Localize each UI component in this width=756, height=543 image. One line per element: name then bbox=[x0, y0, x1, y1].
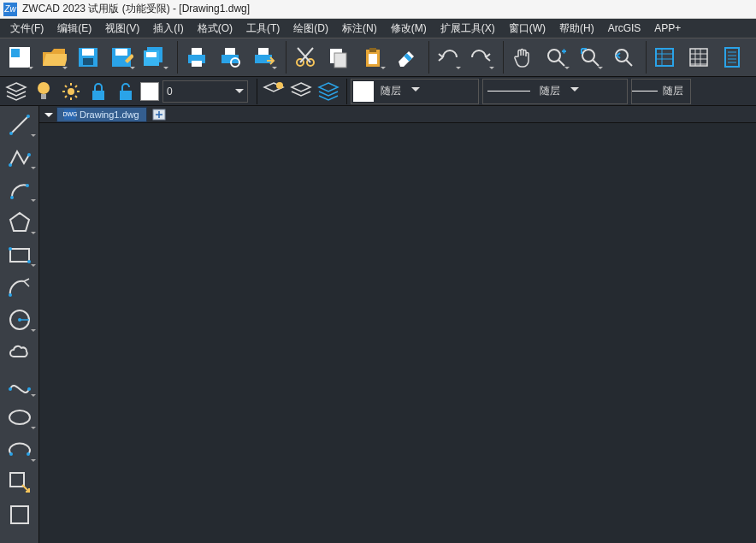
saveall-button[interactable] bbox=[140, 41, 170, 74]
polyline-icon bbox=[7, 145, 32, 170]
layer-lock-open-button[interactable] bbox=[113, 79, 139, 104]
layer-previous-button[interactable] bbox=[288, 79, 314, 104]
block-insert-icon bbox=[7, 469, 32, 495]
xline-tool[interactable] bbox=[3, 272, 37, 303]
menu-draw[interactable]: 绘图(D) bbox=[286, 21, 335, 36]
menu-format[interactable]: 格式(O) bbox=[191, 21, 239, 36]
redo-button[interactable] bbox=[466, 41, 496, 74]
zoom-previous-button[interactable] bbox=[608, 41, 638, 74]
menu-insert[interactable]: 插入(I) bbox=[146, 21, 190, 36]
sheet-button[interactable] bbox=[718, 41, 747, 74]
table-button[interactable] bbox=[683, 41, 713, 74]
spline-icon bbox=[7, 372, 32, 398]
arc-icon bbox=[7, 177, 32, 203]
save-icon bbox=[76, 45, 100, 69]
svg-rect-9 bbox=[146, 52, 157, 57]
document-tabbar: DWG Drawing1.dwg bbox=[39, 106, 756, 123]
properties-button[interactable] bbox=[650, 41, 680, 74]
menu-window[interactable]: 窗口(W) bbox=[502, 21, 552, 36]
menu-tools[interactable]: 工具(T) bbox=[239, 21, 286, 36]
sun-icon bbox=[61, 81, 81, 102]
document-tab[interactable]: DWG Drawing1.dwg bbox=[56, 107, 147, 122]
svg-point-51 bbox=[27, 387, 31, 391]
svg-point-52 bbox=[9, 410, 30, 424]
layer-state-button[interactable] bbox=[261, 79, 286, 104]
separator bbox=[177, 41, 178, 74]
circle-tool[interactable] bbox=[3, 304, 37, 335]
hatch-tool[interactable] bbox=[3, 499, 37, 530]
spline-tool[interactable] bbox=[3, 369, 37, 400]
linetype-property-dropdown[interactable]: 随层 bbox=[482, 79, 628, 104]
layer-lock-closed-button[interactable] bbox=[86, 79, 111, 104]
circle-icon bbox=[7, 307, 32, 333]
document-list-dropdown[interactable] bbox=[44, 113, 53, 121]
lineweight-property-label: 随层 bbox=[658, 84, 688, 98]
save-button[interactable] bbox=[73, 41, 103, 74]
table-list-icon bbox=[688, 46, 710, 68]
new-button[interactable] bbox=[5, 41, 35, 74]
menu-edit[interactable]: 编辑(E) bbox=[50, 21, 98, 36]
color-swatch-icon bbox=[353, 81, 374, 102]
saveas-button[interactable] bbox=[106, 41, 136, 74]
publish-button[interactable] bbox=[249, 41, 279, 74]
plot-button[interactable] bbox=[181, 41, 211, 74]
revcloud-tool[interactable] bbox=[3, 337, 37, 368]
menu-modify[interactable]: 修改(M) bbox=[384, 21, 434, 36]
separator bbox=[646, 41, 647, 74]
svg-rect-12 bbox=[192, 61, 202, 67]
layer-manager-button[interactable] bbox=[3, 79, 29, 104]
layer-on-button[interactable] bbox=[31, 79, 56, 104]
rectangle-icon bbox=[7, 242, 32, 268]
menu-view[interactable]: 视图(V) bbox=[98, 21, 146, 36]
cut-button[interactable] bbox=[290, 41, 320, 74]
layer-isolate-button[interactable] bbox=[316, 79, 341, 104]
menu-arcgis[interactable]: ArcGIS bbox=[601, 22, 648, 34]
rectangle-tool[interactable] bbox=[3, 239, 37, 270]
menu-help[interactable]: 帮助(H) bbox=[552, 21, 601, 36]
erase-button[interactable] bbox=[391, 41, 421, 74]
polygon-tool[interactable] bbox=[3, 207, 37, 238]
menubar: 文件(F) 编辑(E) 视图(V) 插入(I) 格式(O) 工具(T) 绘图(D… bbox=[0, 19, 756, 38]
arc-tool[interactable] bbox=[3, 174, 37, 205]
drawing-canvas[interactable] bbox=[39, 123, 756, 543]
polyline-tool[interactable] bbox=[3, 142, 37, 173]
copy-button[interactable] bbox=[323, 41, 353, 74]
lightbulb-icon bbox=[34, 80, 53, 103]
svg-rect-21 bbox=[334, 53, 346, 68]
menu-dim[interactable]: 标注(N) bbox=[335, 21, 384, 36]
menu-ext[interactable]: 扩展工具(X) bbox=[434, 21, 502, 36]
separator bbox=[503, 41, 504, 74]
color-property-dropdown[interactable]: 随层 bbox=[351, 79, 479, 104]
layer-color-swatch[interactable] bbox=[140, 82, 159, 101]
svg-rect-11 bbox=[192, 48, 202, 55]
layer-freeze-button[interactable] bbox=[58, 79, 84, 104]
standard-toolbar bbox=[0, 38, 756, 77]
ellipse-arc-tool[interactable] bbox=[3, 434, 37, 465]
lineweight-property-dropdown[interactable]: 随层 bbox=[631, 79, 691, 104]
block-tool[interactable] bbox=[3, 467, 37, 498]
cloud-icon bbox=[7, 339, 32, 365]
line-tool[interactable] bbox=[3, 109, 37, 140]
plus-tab-icon bbox=[152, 109, 166, 121]
svg-rect-28 bbox=[656, 49, 673, 66]
zoom-window-button[interactable] bbox=[575, 41, 605, 74]
plot-preview-button[interactable] bbox=[215, 41, 245, 74]
layer-dropdown[interactable]: 0 bbox=[162, 80, 248, 103]
svg-point-39 bbox=[27, 115, 30, 118]
clipboard-icon bbox=[362, 46, 384, 68]
menu-file[interactable]: 文件(F) bbox=[3, 21, 50, 36]
svg-point-50 bbox=[9, 387, 12, 391]
svg-point-31 bbox=[38, 82, 50, 94]
zoom-previous-icon bbox=[612, 46, 635, 68]
new-tab-button[interactable] bbox=[151, 107, 168, 122]
menu-appplus[interactable]: APP+ bbox=[647, 22, 688, 34]
ellipse-tool[interactable] bbox=[3, 402, 37, 433]
open-button[interactable] bbox=[38, 41, 68, 74]
undo-button[interactable] bbox=[433, 41, 463, 74]
zoom-realtime-button[interactable] bbox=[541, 41, 571, 74]
printer-icon bbox=[185, 45, 209, 69]
svg-point-26 bbox=[582, 50, 594, 62]
paste-button[interactable] bbox=[357, 41, 387, 74]
separator bbox=[346, 79, 347, 104]
pan-button[interactable] bbox=[507, 41, 537, 74]
